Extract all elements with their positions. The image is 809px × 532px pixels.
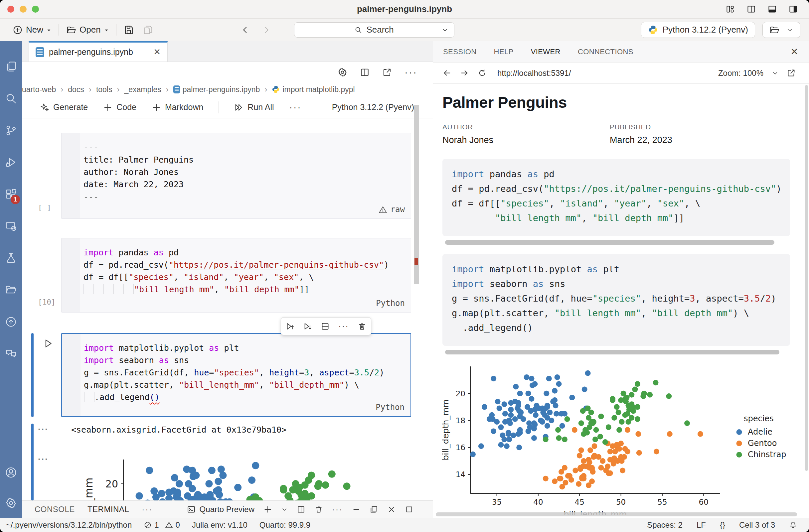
sidebar-item-comments[interactable] — [0, 338, 22, 370]
status-indentation[interactable]: Spaces: 2 — [647, 520, 683, 530]
code-scrollbar[interactable] — [445, 350, 779, 354]
viewer-zoom-label[interactable]: Zoom: 100% — [718, 69, 763, 78]
status-problems[interactable]: 1 0 — [144, 520, 180, 530]
split-cell-icon[interactable] — [321, 322, 330, 331]
tab-viewer[interactable]: VIEWER — [531, 48, 561, 56]
breadcrumb-item[interactable]: uarto-web — [22, 85, 56, 94]
add-code-cell-button[interactable]: Code — [103, 102, 136, 112]
breadcrumb-label: docs — [68, 85, 84, 94]
breadcrumb-item[interactable]: docs — [68, 85, 84, 94]
restore-panel-icon[interactable] — [369, 505, 378, 514]
status-eol[interactable]: LF — [696, 520, 706, 530]
sidebar-item-search[interactable] — [0, 83, 22, 114]
cell-language-badge[interactable]: Python — [376, 401, 404, 414]
cell-python-2-selected[interactable]: import matplotlib.pyplot as pltimport se… — [61, 333, 411, 417]
breadcrumb[interactable]: uarto-web›docs›tools›_examples›palmer-pe… — [22, 83, 433, 96]
open-in-browser-icon[interactable] — [787, 69, 796, 77]
kill-terminal-icon[interactable] — [314, 505, 323, 514]
breadcrumb-item[interactable]: _examples — [124, 85, 161, 94]
close-tab-icon[interactable]: ✕ — [153, 47, 161, 57]
status-cell-position[interactable]: Cell 3 of 3 — [739, 520, 775, 530]
viewer-back-icon[interactable] — [443, 69, 451, 77]
cell-language-badge[interactable]: raw — [379, 203, 405, 216]
close-panel-icon[interactable]: ✕ — [790, 46, 809, 57]
breadcrumb-item[interactable]: palmer-penguins.ipynb — [173, 85, 260, 94]
zoom-chevron-icon[interactable] — [771, 70, 779, 77]
status-julia-env[interactable]: Julia env: v1.10 — [192, 520, 247, 530]
sidebar-item-account[interactable] — [0, 457, 22, 489]
forward-button[interactable] — [261, 25, 271, 35]
back-button[interactable] — [241, 25, 250, 35]
cell-python-1[interactable]: import pandas as pddf = pd.read_csv("htt… — [61, 238, 411, 313]
run-cells-below-icon[interactable] — [303, 322, 312, 331]
panel-more-tabs-icon[interactable]: ··· — [142, 505, 153, 514]
panel-more-actions-icon[interactable]: ··· — [332, 505, 343, 514]
customize-layout-icon[interactable] — [726, 5, 735, 14]
tab-terminal[interactable]: TERMINAL — [87, 505, 129, 514]
split-editor-icon[interactable] — [360, 68, 369, 77]
notebook-more-icon[interactable]: ··· — [289, 102, 302, 113]
cell-raw[interactable]: ---title: Palmer Penguinsauthor: Norah J… — [61, 133, 411, 219]
split-editor-icon[interactable] — [747, 5, 756, 14]
sidebar-item-remote-explorer[interactable] — [0, 210, 22, 242]
close-panel-icon[interactable] — [387, 505, 396, 514]
viewer-url[interactable]: http://localhost:5391/ — [497, 69, 571, 78]
tab-session[interactable]: SESSION — [443, 48, 477, 56]
breadcrumb-item[interactable]: tools — [96, 85, 113, 94]
maximize-panel-icon[interactable] — [405, 505, 413, 514]
terminal-session-label[interactable]: Quarto Preview — [187, 505, 255, 514]
toggle-panel-icon[interactable] — [768, 5, 777, 14]
add-markdown-cell-button[interactable]: Markdown — [152, 102, 203, 112]
search-input[interactable]: Search — [294, 22, 454, 38]
terminal-dropdown-chevron-icon[interactable] — [281, 506, 288, 513]
open-in-new-window-icon[interactable] — [382, 68, 392, 77]
new-terminal-icon[interactable] — [263, 505, 272, 514]
tab-connections[interactable]: CONNECTIONS — [578, 48, 633, 56]
split-terminal-icon[interactable] — [297, 505, 305, 514]
notifications-bell-icon[interactable] — [789, 521, 797, 529]
cell-more-actions-icon[interactable]: ··· — [338, 321, 349, 332]
viewer-forward-icon[interactable] — [460, 69, 469, 77]
code-scrollbar[interactable] — [445, 240, 774, 245]
tab-console[interactable]: CONSOLE — [35, 505, 75, 514]
tab-palmer-penguins[interactable]: palmer-penguins.ipynb ✕ — [29, 41, 168, 61]
sidebar-item-publish[interactable] — [0, 306, 22, 338]
delete-cell-icon[interactable] — [358, 322, 366, 331]
code-token: "species" — [214, 368, 259, 377]
run-cell-button[interactable] — [42, 338, 54, 349]
notebook-settings-gear-icon[interactable] — [338, 68, 347, 77]
cell-language-badge[interactable]: Python — [376, 297, 405, 309]
sidebar-item-run-debug[interactable] — [0, 146, 22, 178]
viewer-scrollbar[interactable] — [805, 85, 808, 471]
sidebar-item-folder[interactable] — [0, 274, 22, 306]
minimize-panel-icon[interactable] — [352, 505, 361, 514]
sidebar-item-settings[interactable] — [0, 489, 22, 518]
new-button[interactable]: New — [8, 24, 56, 35]
workspace-folder-button[interactable] — [762, 22, 801, 38]
sidebar-item-source-control[interactable] — [0, 114, 22, 146]
run-cells-above-icon[interactable] — [286, 322, 294, 331]
status-language-braces[interactable]: {} — [720, 520, 725, 530]
tab-help[interactable]: HELP — [494, 48, 514, 56]
sidebar-item-explorer[interactable] — [0, 51, 22, 83]
breadcrumb-item[interactable]: import matplotlib.pypl — [272, 85, 355, 94]
generate-button[interactable]: Generate — [40, 102, 88, 112]
more-actions-icon[interactable]: ··· — [404, 67, 417, 78]
viewer-reload-icon[interactable] — [478, 69, 487, 77]
output-collapse-button[interactable]: ··· — [38, 454, 49, 464]
save-button[interactable] — [119, 25, 138, 35]
interpreter-selector[interactable]: Python 3.12.2 (Pyenv) — [641, 22, 755, 38]
status-python-path[interactable]: ~/.pyenv/versions/3.12.2/bin/python — [6, 520, 132, 530]
sidebar-item-extensions[interactable]: 1 — [0, 178, 22, 210]
sidebar-item-testing[interactable] — [0, 242, 22, 274]
output-collapse-button[interactable]: ··· — [38, 424, 49, 435]
search-scope-chevron-icon[interactable] — [442, 26, 449, 34]
code-token: g = sns.FacetGrid(df, — [84, 368, 194, 377]
editor-scrollbar[interactable] — [414, 105, 419, 284]
status-quarto-version[interactable]: Quarto: 99.9.9 — [259, 520, 310, 530]
run-all-button[interactable]: Run All — [234, 102, 274, 112]
viewer-horizontal-scrollbar[interactable] — [436, 512, 797, 516]
toggle-secondary-sidebar-icon[interactable] — [789, 5, 798, 14]
open-button[interactable]: Open — [62, 24, 114, 35]
save-all-button[interactable] — [138, 25, 158, 35]
